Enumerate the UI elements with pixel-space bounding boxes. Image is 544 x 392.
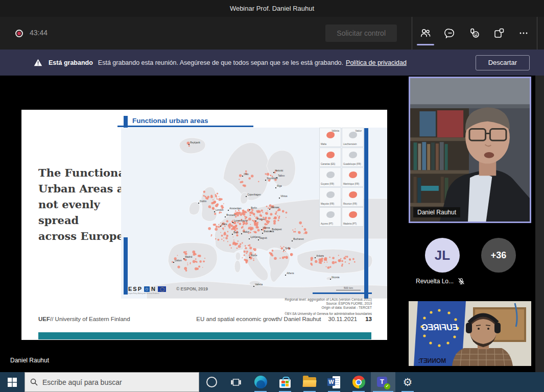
map-inset: VallettaMalta — [319, 128, 341, 147]
edge-icon — [254, 376, 267, 388]
reactions-button[interactable] — [462, 17, 487, 50]
eu-flag-icon — [158, 286, 166, 292]
overflow-participants-badge[interactable]: +36 — [481, 238, 516, 273]
window-edge — [535, 76, 544, 372]
window-title-bar: Webinar Prof. Daniel Rauhut — [0, 0, 544, 17]
attendee-webcam-image: EUFIREG MONNET: — [409, 301, 531, 366]
search-icon — [30, 378, 38, 386]
svg-text:Paris: Paris — [222, 223, 227, 226]
edge-taskbar-button[interactable] — [248, 372, 273, 392]
speaker-name-tag: Daniel Rauhut — [413, 207, 460, 217]
request-control-button[interactable]: Solicitar control — [325, 24, 397, 42]
attendee-video-tile[interactable]: EUFIREG MONNET: — [409, 301, 531, 366]
map-insets: VallettaMaltaVaduzLiechtensteinCanarias … — [319, 128, 364, 227]
participant-avatars: JL +36 Revuelta Lo... — [409, 223, 531, 301]
espon-logo-square — [144, 286, 150, 292]
map-copyright: © ESPON, 2019 — [176, 286, 208, 291]
presenter-name-label: Daniel Rauhut — [10, 357, 49, 364]
participants-button[interactable] — [413, 17, 438, 50]
footer-date: 30.11.2021 — [328, 316, 358, 322]
svg-text:Zagreb: Zagreb — [259, 237, 267, 239]
attribution-line: Regional level: aggregation of LAUs (ver… — [285, 298, 372, 302]
meeting-timer: 43:44 — [30, 29, 48, 37]
participant-name: Revuelta Lo... — [416, 278, 454, 285]
footer-uef: UEF — [38, 316, 50, 322]
svg-text:Luxembourg: Luxembourg — [234, 219, 247, 222]
chat-icon — [444, 27, 456, 39]
breakout-rooms-icon — [493, 27, 505, 39]
participants-icon — [419, 27, 432, 39]
window-title: Webinar Prof. Daniel Rauhut — [230, 5, 314, 12]
meeting-toolbar: 43:44 Solicitar control — [0, 17, 544, 50]
chrome-icon — [352, 376, 365, 388]
svg-text:Bucharest: Bucharest — [293, 238, 304, 240]
svg-text:Dublin: Dublin — [200, 200, 206, 203]
svg-text:Warsaw: Warsaw — [271, 206, 279, 209]
svg-text:London: London — [216, 209, 224, 211]
chrome-taskbar-button[interactable] — [346, 372, 371, 392]
eu-banner-mirrored-text2: MONNET: — [418, 357, 446, 364]
map-accent-bar-right — [364, 128, 368, 299]
footer-course-title: EU and spatial economic growth/ Daniel R… — [196, 316, 321, 322]
map-inset: Açores (PT) — [319, 207, 341, 227]
file-explorer-taskbar-button[interactable] — [297, 372, 322, 392]
cortana-button[interactable] — [199, 372, 224, 392]
avatar-initials: JL — [435, 248, 450, 263]
map-scale-bar: 500 km — [336, 286, 361, 290]
dismiss-button[interactable]: Descartar — [476, 55, 530, 70]
espon-text-left: ESP — [128, 286, 143, 292]
svg-text:Reykjavik: Reykjavik — [190, 141, 200, 144]
slide-footer: UEF // University of Eastern Finland EU … — [38, 316, 372, 322]
task-view-button[interactable] — [224, 372, 248, 392]
chat-button[interactable] — [438, 17, 462, 50]
map-inset: Réunion (FR) — [342, 187, 364, 207]
svg-text:Nicosia: Nicosia — [332, 276, 340, 279]
svg-text:Vilnius: Vilnius — [280, 195, 288, 198]
svg-text:Helsinki: Helsinki — [275, 169, 283, 172]
start-button[interactable] — [0, 372, 25, 392]
svg-text:Riga: Riga — [277, 185, 282, 187]
espon-tagline: Inspire Policy Making with Territorial E… — [128, 292, 166, 295]
mic-muted-icon — [458, 278, 465, 285]
svg-text:Berlin: Berlin — [251, 207, 257, 209]
shared-presentation-slide: The Functional Urban Areas are not evenl… — [21, 110, 387, 340]
svg-text:Madrid: Madrid — [185, 256, 192, 258]
settings-taskbar-button[interactable]: ⚙ — [395, 372, 420, 392]
taskbar-search-input[interactable]: Escribe aquí para buscar — [25, 372, 199, 392]
license-line: ©BY-SA University of Geneva for administ… — [285, 312, 372, 316]
participants-rail: Daniel Rauhut JL +36 Revuelta Lo... — [409, 76, 531, 372]
toolbar-icon-group — [412, 17, 537, 50]
folder-icon — [303, 377, 316, 387]
word-icon: W — [327, 376, 341, 388]
privacy-policy-link[interactable]: Política de privacidad — [346, 59, 407, 66]
map-inset: VaduzLiechtenstein — [342, 128, 364, 147]
svg-text:Bern: Bern — [233, 231, 239, 234]
cortana-icon — [206, 377, 217, 387]
speaker-video-tile[interactable]: Daniel Rauhut — [409, 77, 531, 223]
europe-fua-map: ReykjavikOsloStockholmHelsinkiTallinnRig… — [121, 128, 387, 299]
more-icon — [517, 27, 530, 39]
svg-text:Lisbon: Lisbon — [175, 259, 182, 262]
word-taskbar-button[interactable]: W — [322, 372, 346, 392]
teams-meeting-window: Webinar Prof. Daniel Rauhut 43:44 Solici… — [0, 0, 544, 392]
task-view-icon — [231, 377, 241, 387]
svg-text:Tallinn: Tallinn — [278, 175, 285, 177]
attribution-line: Source: ESPON FUORE, 2019 — [285, 302, 372, 306]
svg-text:Vaduz: Vaduz — [243, 231, 249, 233]
settings-gear-icon: ⚙ — [403, 376, 413, 388]
map-inset: Madeira (PT) — [342, 207, 364, 227]
overflow-count: +36 — [491, 250, 507, 261]
svg-text:Oslo: Oslo — [244, 173, 249, 176]
attribution-line: Origin of data: Eurostat - TERCET — [285, 306, 372, 310]
avatar[interactable]: JL — [425, 238, 460, 273]
search-placeholder: Escribe aquí para buscar — [42, 378, 122, 386]
svg-text:Sofia: Sofia — [285, 247, 291, 250]
map-inset: Guyane (FR) — [319, 167, 341, 187]
more-options-button[interactable] — [511, 17, 536, 50]
teams-taskbar-button[interactable]: T✓ — [371, 372, 395, 392]
breakout-rooms-button[interactable] — [487, 17, 511, 50]
store-taskbar-button[interactable] — [273, 372, 297, 392]
teams-icon: T✓ — [377, 376, 389, 388]
reactions-icon — [468, 27, 481, 39]
espon-logo: ESP N Inspire Policy Making with Territo… — [128, 286, 166, 295]
